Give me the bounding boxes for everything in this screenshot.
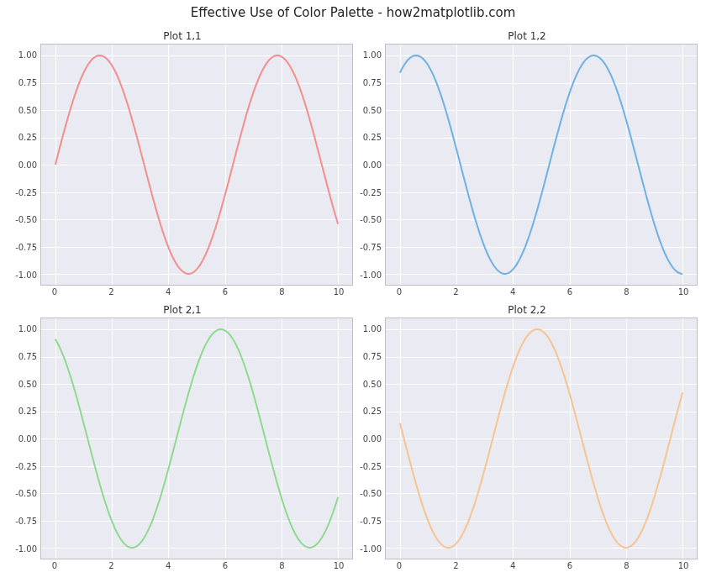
xtick-label: 6 xyxy=(567,561,572,570)
xtick-label: 2 xyxy=(108,287,113,297)
line-curve xyxy=(41,318,352,559)
line-curve xyxy=(386,45,697,285)
xtick-label: 8 xyxy=(624,287,629,297)
xtick-label: 8 xyxy=(279,561,284,570)
xtick-label: 8 xyxy=(279,287,284,297)
axes-area xyxy=(40,318,353,559)
ytick-label: -0.50 xyxy=(15,215,37,224)
xtick-label: 6 xyxy=(223,287,228,297)
ytick-label: 0.00 xyxy=(363,434,382,444)
y-axis: -1.00-0.75-0.50-0.250.000.250.500.751.00 xyxy=(12,44,40,286)
ytick-label: 0.25 xyxy=(18,133,37,142)
xtick-label: 6 xyxy=(223,561,228,570)
xtick-label: 10 xyxy=(678,287,689,297)
ytick-label: -0.75 xyxy=(15,517,37,526)
axes-area xyxy=(385,318,698,559)
subplot-title: Plot 1,2 xyxy=(356,30,698,42)
subplot-grid: Plot 1,1-1.00-0.75-0.50-0.250.000.250.50… xyxy=(12,30,698,576)
line-curve xyxy=(41,45,352,285)
plot-box: -1.00-0.75-0.50-0.250.000.250.500.751.00 xyxy=(12,44,353,286)
ytick-label: -0.25 xyxy=(360,461,382,470)
ytick-label: -0.25 xyxy=(15,461,37,470)
ytick-label: 0.50 xyxy=(18,379,37,388)
axes-area xyxy=(385,44,698,286)
y-axis: -1.00-0.75-0.50-0.250.000.250.500.751.00 xyxy=(356,318,385,559)
ytick-label: -0.75 xyxy=(360,517,382,526)
xtick-label: 6 xyxy=(567,287,572,297)
ytick-label: -0.25 xyxy=(15,187,37,197)
ytick-label: 0.00 xyxy=(18,160,37,170)
subplot-title: Plot 1,1 xyxy=(12,30,353,42)
subplot-2: Plot 1,2-1.00-0.75-0.50-0.250.000.250.50… xyxy=(356,30,698,302)
ytick-label: -0.75 xyxy=(15,243,37,252)
xtick-label: 10 xyxy=(334,561,345,570)
y-axis: -1.00-0.75-0.50-0.250.000.250.500.751.00 xyxy=(12,318,40,559)
xtick-label: 10 xyxy=(334,287,345,297)
subplot-title: Plot 2,1 xyxy=(12,304,353,316)
plot-box: -1.00-0.75-0.50-0.250.000.250.500.751.00 xyxy=(356,318,698,559)
figure: Effective Use of Color Palette - how2mat… xyxy=(0,0,706,588)
ytick-label: -0.25 xyxy=(360,187,382,197)
xtick-label: 2 xyxy=(453,561,458,570)
ytick-label: 0.75 xyxy=(363,77,382,87)
plot-box: -1.00-0.75-0.50-0.250.000.250.500.751.00 xyxy=(12,318,353,559)
subplot-title: Plot 2,2 xyxy=(356,304,698,316)
line-curve xyxy=(386,318,697,559)
x-axis: 0246810 xyxy=(385,286,698,302)
ytick-label: 1.00 xyxy=(18,324,37,333)
ytick-label: -1.00 xyxy=(360,543,382,553)
ytick-label: 1.00 xyxy=(363,50,382,60)
ytick-label: -1.00 xyxy=(360,270,382,279)
xtick-label: 0 xyxy=(52,561,57,570)
xtick-label: 0 xyxy=(52,287,57,297)
ytick-label: 0.00 xyxy=(363,160,382,170)
ytick-label: 0.75 xyxy=(363,351,382,360)
ytick-label: 0.50 xyxy=(363,105,382,114)
plot-box: -1.00-0.75-0.50-0.250.000.250.500.751.00 xyxy=(356,44,698,286)
y-axis: -1.00-0.75-0.50-0.250.000.250.500.751.00 xyxy=(356,44,385,286)
figure-title: Effective Use of Color Palette - how2mat… xyxy=(0,5,706,20)
x-axis: 0246810 xyxy=(40,286,353,302)
ytick-label: 0.75 xyxy=(18,77,37,87)
ytick-label: 0.75 xyxy=(18,351,37,360)
ytick-label: 0.25 xyxy=(18,407,37,416)
ytick-label: 0.50 xyxy=(363,379,382,388)
ytick-label: -0.75 xyxy=(360,243,382,252)
axes-area xyxy=(40,44,353,286)
xtick-label: 0 xyxy=(397,561,402,570)
ytick-label: -1.00 xyxy=(15,543,37,553)
ytick-label: -0.50 xyxy=(360,489,382,498)
xtick-label: 2 xyxy=(453,287,458,297)
ytick-label: -0.50 xyxy=(15,489,37,498)
ytick-label: 0.50 xyxy=(18,105,37,114)
x-axis: 0246810 xyxy=(385,559,698,576)
xtick-label: 4 xyxy=(166,287,171,297)
xtick-label: 4 xyxy=(510,287,515,297)
subplot-1: Plot 1,1-1.00-0.75-0.50-0.250.000.250.50… xyxy=(12,30,353,302)
ytick-label: 1.00 xyxy=(363,324,382,333)
subplot-4: Plot 2,2-1.00-0.75-0.50-0.250.000.250.50… xyxy=(356,304,698,576)
xtick-label: 4 xyxy=(510,561,515,570)
ytick-label: 0.25 xyxy=(363,407,382,416)
ytick-label: 0.25 xyxy=(363,133,382,142)
xtick-label: 10 xyxy=(678,561,689,570)
xtick-label: 8 xyxy=(624,561,629,570)
xtick-label: 0 xyxy=(397,287,402,297)
ytick-label: -1.00 xyxy=(15,270,37,279)
x-axis: 0246810 xyxy=(40,559,353,576)
subplot-3: Plot 2,1-1.00-0.75-0.50-0.250.000.250.50… xyxy=(12,304,353,576)
ytick-label: 1.00 xyxy=(18,50,37,60)
ytick-label: -0.50 xyxy=(360,215,382,224)
ytick-label: 0.00 xyxy=(18,434,37,444)
xtick-label: 4 xyxy=(166,561,171,570)
xtick-label: 2 xyxy=(108,561,113,570)
